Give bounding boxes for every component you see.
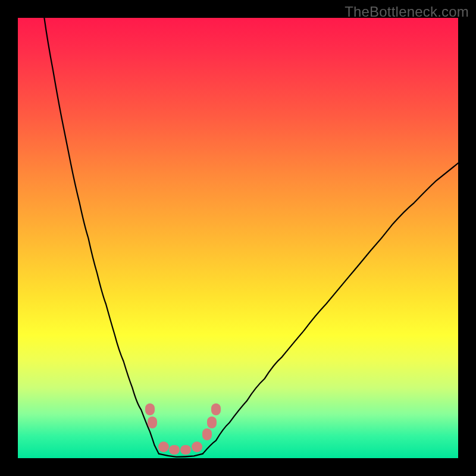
floor-marker-2: [169, 445, 180, 455]
floor-marker-3: [180, 445, 191, 455]
curve-right-branch: [203, 163, 458, 453]
curve-valley-floor: [159, 454, 203, 457]
curve-left-branch: [44, 18, 158, 454]
floor-marker-4: [192, 441, 202, 452]
right-marker-mid: [207, 416, 217, 428]
plot-area: [18, 18, 458, 458]
left-marker-lower: [148, 416, 157, 428]
chart-frame: TheBottleneck.com: [0, 0, 476, 476]
floor-marker-1: [158, 441, 169, 452]
watermark-text: TheBottleneck.com: [345, 4, 469, 20]
right-marker-upper: [211, 403, 221, 415]
left-marker-upper: [145, 403, 155, 415]
bottleneck-curve: [18, 18, 458, 458]
right-marker-lower: [202, 428, 212, 440]
